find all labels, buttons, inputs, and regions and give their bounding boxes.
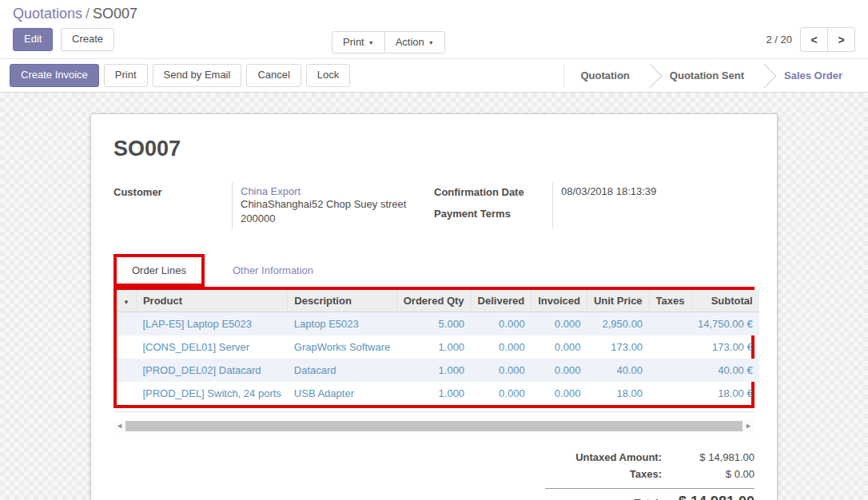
- cell-ordered_qty: 1.000: [396, 359, 471, 382]
- form-sheet: SO007 Customer China Export ChinaShangha…: [90, 113, 778, 500]
- edit-button[interactable]: Edit: [13, 28, 53, 50]
- order-lines-header: ▼ProductDescriptionOrdered QtyDeliveredI…: [117, 290, 759, 312]
- tab-other-information[interactable]: Other Information: [217, 257, 328, 284]
- cell-subtotal: 173.00 €: [691, 335, 759, 359]
- control-panel-left: Edit Create: [13, 28, 119, 50]
- cell-delivered: 0.000: [471, 382, 532, 405]
- send-by-email-button[interactable]: Send by Email: [153, 64, 242, 86]
- cell-product: [CONS_DEL01] Server: [136, 335, 287, 359]
- customer-zip: 200000: [241, 212, 434, 226]
- total-separator: [545, 488, 755, 489]
- header-row: ▼ProductDescriptionOrdered QtyDeliveredI…: [117, 290, 759, 312]
- chevron-right-icon: >: [838, 34, 844, 46]
- breadcrumb: Quotations/SO007: [0, 0, 868, 24]
- print-button[interactable]: Print: [104, 64, 148, 86]
- statusbar: Create Invoice Print Send by Email Cance…: [0, 58, 868, 93]
- pager-next-button[interactable]: >: [827, 27, 855, 52]
- customer-field-row: Customer China Export ChinaShanghai52 Ch…: [113, 182, 434, 228]
- column-header-subtotal[interactable]: Subtotal: [691, 290, 759, 312]
- cell-ordered_qty: 1.000: [396, 335, 471, 359]
- print-menu-label: Print: [343, 37, 364, 48]
- state-quotation-sent[interactable]: Quotation Sent: [654, 69, 760, 81]
- order-line-row[interactable]: [PROD_DEL02] DatacardDatacard1.0000.0000…: [117, 359, 759, 382]
- order-lines-table: ▼ProductDescriptionOrdered QtyDeliveredI…: [117, 290, 759, 405]
- cell-product: [LAP-E5] Laptop E5023: [136, 312, 287, 336]
- untaxed-amount-row: Untaxed Amount: $ 14,981.00: [545, 449, 755, 466]
- state-sales-order[interactable]: Sales Order: [768, 69, 858, 81]
- order-lines-table-annotation: ▼ProductDescriptionOrdered QtyDeliveredI…: [113, 287, 755, 408]
- taxes-label: Taxes:: [545, 468, 675, 480]
- confirmation-date-label: Confirmation Date: [434, 182, 552, 204]
- order-line-row[interactable]: [CONS_DEL01] ServerGrapWorks Software1.0…: [117, 335, 759, 359]
- control-panel: Edit Create Print ▼ Action ▼ 2 / 20 < >: [0, 24, 868, 58]
- breadcrumb-separator: /: [82, 6, 93, 22]
- cell-description: Datacard: [288, 359, 396, 382]
- horizontal-scrollbar[interactable]: ◄ ►: [113, 419, 755, 433]
- action-menus: Print ▼ Action ▼: [332, 31, 445, 54]
- column-header-invoiced[interactable]: Invoiced: [532, 290, 587, 312]
- confirmation-date-value: 08/03/2018 18:13:39: [552, 182, 755, 204]
- cell-unit_price: 40.00: [587, 359, 649, 382]
- cell-ordered_qty: 1.000: [396, 382, 471, 405]
- cell-subtotal: 40.00 €: [691, 359, 759, 382]
- cancel-button[interactable]: Cancel: [246, 64, 301, 86]
- breadcrumb-quotations-link[interactable]: Quotations: [13, 6, 82, 22]
- column-header-taxes[interactable]: Taxes: [649, 290, 691, 312]
- customer-value: China Export ChinaShanghai52 Chop Suey s…: [232, 182, 434, 228]
- cell-taxes: [649, 359, 691, 382]
- form-view-background: SO007 Customer China Export ChinaShangha…: [0, 93, 868, 500]
- pager-count: 2 / 20: [766, 34, 792, 46]
- order-lines-body: [LAP-E5] Laptop E5023Laptop E50235.0000.…: [117, 312, 759, 406]
- chevron-left-icon: <: [810, 34, 817, 46]
- cell-taxes: [649, 312, 691, 336]
- taxes-row: Taxes: $ 0.00: [545, 466, 755, 482]
- pager-previous-button[interactable]: <: [800, 27, 828, 52]
- cell-unit_price: 173.00: [587, 335, 649, 359]
- column-header-product[interactable]: Product: [136, 290, 287, 312]
- action-menu-button[interactable]: Action ▼: [384, 31, 445, 54]
- order-line-row[interactable]: [PROD_DEL] Switch, 24 portsUSB Adapter1.…: [117, 382, 759, 405]
- cell-unit_price: 18.00: [587, 382, 649, 405]
- statusbar-states: Quotation Quotation Sent Sales Order: [563, 64, 858, 87]
- row-handle-cell: [117, 359, 136, 382]
- cell-invoiced: 0.000: [532, 335, 587, 359]
- order-line-row[interactable]: [LAP-E5] Laptop E5023Laptop E50235.0000.…: [117, 312, 759, 336]
- cell-product: [PROD_DEL] Switch, 24 ports: [136, 382, 287, 405]
- cell-subtotal: 18.00 €: [691, 382, 759, 405]
- cell-invoiced: 0.000: [532, 359, 587, 382]
- cell-description: Laptop E5023: [288, 312, 396, 336]
- column-header-description[interactable]: Description: [288, 290, 396, 312]
- untaxed-amount-value: $ 14,981.00: [675, 451, 755, 463]
- cell-unit_price: 2,950.00: [587, 312, 649, 336]
- print-menu-button[interactable]: Print ▼: [332, 31, 385, 54]
- scroll-right-icon[interactable]: ►: [743, 423, 755, 430]
- scroll-left-icon[interactable]: ◄: [113, 423, 125, 430]
- total-row: Total: $ 14,981.00: [545, 491, 755, 500]
- customer-group: Customer China Export ChinaShanghai52 Ch…: [113, 182, 434, 228]
- column-header-unit_price[interactable]: Unit Price: [587, 290, 649, 312]
- scrollbar-thumb[interactable]: [125, 421, 743, 431]
- payment-terms-value: [552, 204, 755, 228]
- row-handle-cell: [117, 312, 136, 336]
- customer-link[interactable]: China Export: [241, 185, 301, 197]
- create-button[interactable]: Create: [61, 28, 114, 50]
- column-header-ordered_qty[interactable]: Ordered Qty: [396, 290, 471, 312]
- cell-taxes: [649, 335, 691, 359]
- dates-group: Confirmation Date 08/03/2018 18:13:39 Pa…: [434, 182, 755, 228]
- cell-description: GrapWorks Software: [288, 335, 396, 359]
- tab-order-lines[interactable]: Order Lines: [117, 257, 201, 284]
- confirmation-date-field-row: Confirmation Date 08/03/2018 18:13:39: [434, 182, 755, 204]
- statusbar-buttons: Create Invoice Print Send by Email Cance…: [10, 64, 355, 86]
- pager-buttons: < >: [800, 27, 855, 52]
- create-invoice-button[interactable]: Create Invoice: [10, 64, 99, 86]
- taxes-value: $ 0.00: [675, 468, 755, 480]
- state-quotation[interactable]: Quotation: [564, 69, 645, 81]
- cell-invoiced: 0.000: [532, 382, 587, 405]
- chevron-separator-icon: [751, 63, 776, 88]
- total-label: Total:: [545, 497, 675, 500]
- lock-button[interactable]: Lock: [306, 64, 350, 86]
- cell-delivered: 0.000: [471, 359, 532, 382]
- cell-product: [PROD_DEL02] Datacard: [136, 359, 287, 382]
- column-header-delivered[interactable]: Delivered: [471, 290, 532, 312]
- totals-section: Untaxed Amount: $ 14,981.00 Taxes: $ 0.0…: [545, 449, 755, 500]
